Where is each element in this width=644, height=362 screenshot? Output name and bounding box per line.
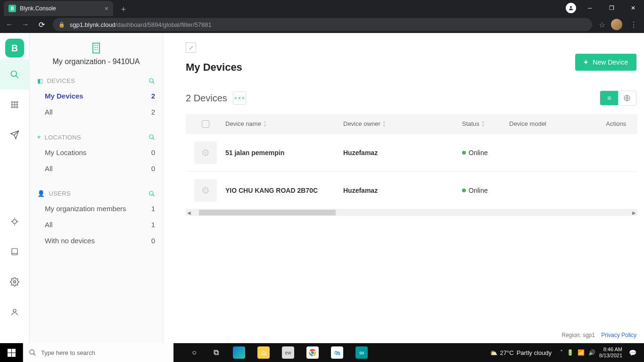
svg-line-2: [16, 76, 18, 78]
bookmark-star-icon[interactable]: ☆: [599, 20, 605, 29]
scroll-thumb[interactable]: [199, 210, 336, 215]
store-app[interactable]: 🛍: [326, 343, 348, 362]
url-field[interactable]: 🔒 sgp1.blynk.cloud/dashboard/5894/global…: [53, 18, 592, 31]
notifications-icon[interactable]: 💬: [626, 349, 639, 356]
device-count-label: 2 Devices: [186, 93, 227, 104]
forward-button[interactable]: →: [21, 20, 30, 29]
sort-icon[interactable]: ▲▼: [481, 120, 485, 128]
sidebar-item-all-locations[interactable]: All 0: [30, 161, 163, 177]
status-dot-icon: [462, 189, 466, 192]
app-body: B My organization - 9410UA: [0, 33, 644, 343]
svg-line-36: [33, 354, 35, 355]
sort-icon[interactable]: ▲▼: [382, 120, 386, 128]
rail-user-icon[interactable]: [0, 297, 30, 327]
minimize-button[interactable]: ─: [579, 1, 601, 15]
col-device-name[interactable]: Device name ▲▼: [225, 120, 343, 128]
scroll-right-icon[interactable]: ▶: [631, 210, 637, 215]
privacy-link[interactable]: Privacy Policy: [601, 332, 636, 338]
edge-app[interactable]: [228, 343, 250, 362]
device-thumb-icon: ⚙: [194, 141, 217, 164]
list-view-button[interactable]: ≡: [600, 91, 618, 105]
sidebar-item-org-members[interactable]: My organization members 1: [30, 201, 163, 217]
chrome-app[interactable]: [302, 343, 323, 362]
org-header[interactable]: My organization - 9410UA: [30, 38, 163, 73]
sidebar-item-label: All: [45, 164, 53, 174]
rail-bug-icon[interactable]: [0, 206, 30, 237]
svg-point-32: [149, 191, 153, 195]
explorer-app[interactable]: 🗂: [253, 343, 274, 362]
reload-button[interactable]: ⟳: [37, 20, 46, 29]
sidebar-item-count: 2: [151, 91, 155, 101]
close-window-button[interactable]: ✕: [622, 1, 644, 15]
table-row[interactable]: ⚙ YIO CHU KANG ROAD 2B70C Huzefamaz Onli…: [186, 172, 637, 209]
volume-icon[interactable]: 🔊: [588, 349, 595, 356]
windows-taskbar: Type here to search ○ ⧉ 🗂 ew 🛍 ∞ ⛅ 27°C …: [0, 343, 644, 362]
tab-strip: B Blynk.Console × + ─ ❐ ✕: [0, 0, 644, 16]
more-options-button[interactable]: ∘∘∘: [233, 91, 246, 105]
page-title: My Devices: [186, 61, 637, 74]
browser-tab[interactable]: B Blynk.Console ×: [4, 1, 113, 16]
device-name: YIO CHU KANG ROAD 2B70C: [225, 187, 343, 194]
back-button[interactable]: ←: [5, 20, 14, 29]
window-controls: ─ ❐ ✕: [566, 0, 644, 16]
device-status: Online: [462, 149, 509, 156]
start-button[interactable]: [0, 343, 23, 362]
ew-app[interactable]: ew: [277, 343, 299, 362]
footer: Region: sgp1 Privacy Policy: [561, 332, 636, 338]
col-device-owner[interactable]: Device owner ▲▼: [343, 120, 462, 128]
search-icon[interactable]: [149, 78, 155, 84]
rail-book-icon[interactable]: [0, 237, 30, 267]
sort-icon[interactable]: ▲▼: [263, 120, 267, 128]
task-view-icon[interactable]: ⧉: [206, 343, 225, 362]
weather-temp: 27°C: [500, 349, 514, 356]
svg-point-1: [11, 71, 17, 77]
weather-widget[interactable]: ⛅ 27°C Partly cloudy: [490, 349, 556, 356]
col-device-model[interactable]: Device model: [509, 120, 585, 127]
svg-line-31: [153, 138, 155, 140]
svg-point-9: [11, 107, 13, 108]
rail-settings-icon[interactable]: [0, 267, 30, 297]
profile-avatar[interactable]: [611, 19, 622, 30]
rail-apps-icon[interactable]: [0, 90, 30, 120]
table-row[interactable]: ⚙ 51 jalan pemempin Huzefamaz Online: [186, 134, 637, 172]
sidebar-item-my-locations[interactable]: My Locations 0: [30, 145, 163, 161]
taskbar-apps: ○ ⧉ 🗂 ew 🛍 ∞: [173, 343, 490, 362]
battery-icon[interactable]: 🔋: [567, 349, 574, 356]
chevron-up-icon[interactable]: ˄: [560, 349, 563, 356]
sidebar-item-all-devices[interactable]: All 2: [30, 104, 163, 120]
scroll-left-icon[interactable]: ◀: [186, 210, 192, 215]
system-tray[interactable]: ˄ 🔋 📶 🔊: [560, 349, 595, 356]
rail-send-icon[interactable]: [0, 120, 30, 150]
new-device-button[interactable]: + New Device: [575, 54, 636, 71]
sidebar-item-label: All: [45, 220, 53, 230]
cortana-icon[interactable]: ○: [185, 343, 204, 362]
sidebar-item-all-users[interactable]: All 1: [30, 217, 163, 233]
clock[interactable]: 8:46 AM 8/13/2021: [599, 346, 622, 359]
maximize-button[interactable]: ❐: [601, 1, 622, 15]
horizontal-scrollbar[interactable]: ◀ ▶: [186, 209, 637, 216]
svg-point-7: [14, 104, 16, 106]
sidebar-item-my-devices[interactable]: My Devices 2: [30, 88, 163, 104]
pin-icon: ⌖: [37, 133, 41, 141]
svg-point-5: [17, 101, 18, 103]
svg-line-29: [153, 82, 155, 83]
close-tab-icon[interactable]: ×: [105, 5, 108, 12]
select-all-checkbox[interactable]: [202, 120, 209, 128]
wifi-icon[interactable]: 📶: [578, 349, 585, 356]
search-icon[interactable]: [149, 134, 155, 140]
new-tab-button[interactable]: +: [117, 3, 130, 16]
table-header: Device name ▲▼ Device owner ▲▼ Status ▲▼…: [186, 114, 637, 134]
svg-point-0: [570, 6, 572, 8]
expand-icon[interactable]: ⤢: [186, 42, 196, 53]
rail-search[interactable]: [0, 59, 30, 90]
browser-menu-icon[interactable]: ⋮: [628, 20, 639, 29]
sidebar-item-label: All: [45, 107, 53, 117]
map-view-button[interactable]: [618, 91, 636, 105]
arduino-app[interactable]: ∞: [351, 343, 372, 362]
taskbar-search[interactable]: Type here to search: [23, 343, 173, 362]
account-circle-icon[interactable]: [566, 3, 576, 13]
col-status[interactable]: Status ▲▼: [462, 120, 509, 128]
blynk-logo[interactable]: B: [5, 39, 24, 58]
sidebar-item-no-devices[interactable]: With no devices 0: [30, 233, 163, 249]
search-icon[interactable]: [149, 190, 155, 197]
